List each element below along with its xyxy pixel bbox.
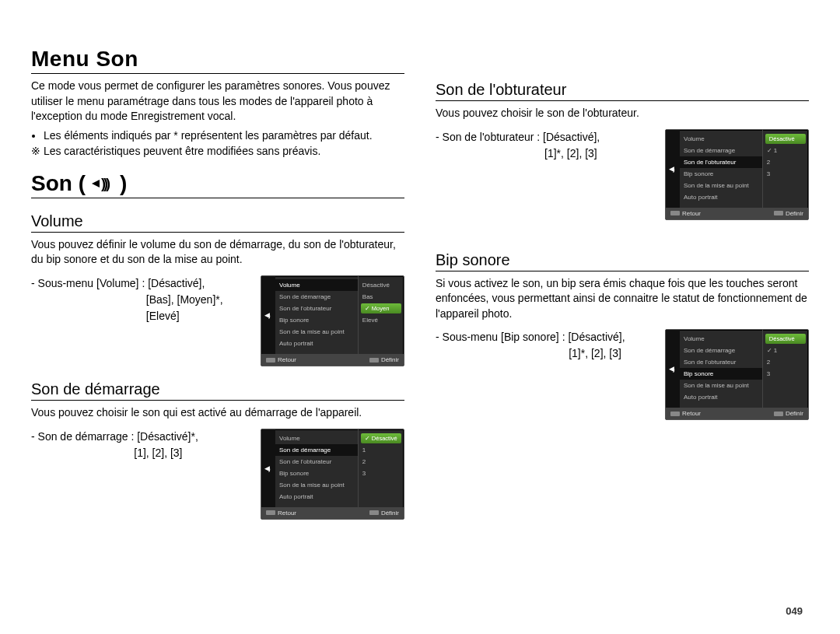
lcd-menu-item: Son de démarrage bbox=[680, 345, 762, 356]
lcd-option-item bbox=[359, 326, 404, 338]
lcd-footer-back: Retour bbox=[266, 510, 296, 517]
lcd-option-item: 1 bbox=[763, 345, 808, 356]
lcd-menu-item: Son de la mise au point bbox=[680, 180, 762, 191]
shutter-sound-body: Vous pouvez choisir le son de l'obturate… bbox=[436, 106, 809, 121]
lcd-menu-item: Auto portrait bbox=[680, 391, 762, 403]
start-sound-lcd-preview: VolumeSon de démarrageSon de l'obturateu… bbox=[261, 429, 404, 520]
defaults-note-list: Les éléments indiqués par * représentent… bbox=[44, 129, 404, 142]
lcd-menu-item: Son de démarrage bbox=[680, 145, 762, 156]
start-sound-spec: - Son de démarrage : [Désactivé]*, [1], … bbox=[31, 429, 253, 461]
lcd-option-item bbox=[763, 380, 808, 391]
lcd-option-item bbox=[359, 338, 404, 349]
lcd-option-item bbox=[359, 491, 404, 503]
lcd-option-item bbox=[763, 180, 808, 191]
lcd-option-item: 1 bbox=[359, 444, 404, 456]
note-text: Les caractéristiques peuvent être modifi… bbox=[44, 145, 320, 157]
lcd-option-item: Désactivé bbox=[765, 134, 806, 144]
page-title: Menu Son bbox=[31, 47, 404, 74]
lcd-option-item bbox=[359, 479, 404, 491]
lcd-menu-item: Bip sonore bbox=[680, 368, 762, 380]
lcd-menu-item: Bip sonore bbox=[275, 468, 358, 479]
lcd-menu-item: Son de la mise au point bbox=[275, 479, 358, 491]
lcd-menu-item: Volume bbox=[680, 333, 762, 345]
lcd-menu-item: Son de la mise au point bbox=[275, 326, 358, 338]
beep-spec: - Sous-menu [Bip sonore] : [Désactivé], … bbox=[436, 329, 657, 362]
page-number: 049 bbox=[786, 605, 803, 617]
beep-body: Si vous activez le son, un bip sera émis… bbox=[436, 276, 809, 322]
shutter-sound-heading: Son de l'obturateur bbox=[436, 81, 809, 101]
lcd-footer-set: Définir bbox=[369, 356, 399, 363]
speaker-icon bbox=[92, 175, 114, 192]
defaults-note: Les éléments indiqués par * représentent… bbox=[44, 129, 404, 142]
sound-section-header: Son ( ) bbox=[31, 171, 404, 198]
lcd-menu-item: Auto portrait bbox=[680, 191, 762, 203]
intro-paragraph: Ce mode vous permet de configurer les pa… bbox=[31, 79, 404, 124]
lcd-option-item: 2 bbox=[763, 156, 808, 168]
beep-heading: Bip sonore bbox=[436, 251, 809, 271]
lcd-option-item: 3 bbox=[763, 368, 808, 380]
lcd-option-item: Désactivé bbox=[765, 334, 806, 344]
lcd-option-item bbox=[763, 191, 808, 203]
speaker-icon bbox=[264, 464, 272, 472]
lcd-menu-item: Volume bbox=[275, 433, 358, 444]
lcd-option-item: 1 bbox=[763, 145, 808, 156]
lcd-option-item: Elevé bbox=[359, 314, 404, 326]
lcd-option-item: 3 bbox=[359, 468, 404, 479]
shutter-sound-spec: - Son de l'obturateur : [Désactivé], [1]… bbox=[436, 129, 657, 162]
speaker-icon bbox=[669, 165, 677, 173]
speaker-icon bbox=[669, 365, 677, 373]
lcd-footer-back: Retour bbox=[670, 410, 701, 417]
lcd-option-item bbox=[763, 391, 808, 403]
beep-lcd-preview: VolumeSon de démarrageSon de l'obturateu… bbox=[665, 329, 809, 420]
left-column: Menu Son Ce mode vous permet de configur… bbox=[31, 47, 404, 520]
speaker-icon bbox=[264, 311, 272, 319]
lcd-menu-item: Son de démarrage bbox=[275, 444, 358, 456]
lcd-footer-set: Définir bbox=[774, 210, 803, 217]
right-column: Son de l'obturateur Vous pouvez choisir … bbox=[436, 47, 809, 520]
lcd-menu-item: Son de l'obturateur bbox=[680, 156, 762, 168]
lcd-menu-item: Son de démarrage bbox=[275, 291, 358, 303]
lcd-option-item: Désactivé bbox=[361, 433, 401, 443]
shutter-sound-lcd-preview: VolumeSon de démarrageSon de l'obturateu… bbox=[665, 129, 809, 220]
volume-body: Vous pouvez définir le volume du son de … bbox=[31, 237, 404, 268]
start-sound-body: Vous pouvez choisir le son qui est activ… bbox=[31, 405, 404, 421]
lcd-footer-back: Retour bbox=[670, 210, 701, 217]
lcd-menu-item: Son de l'obturateur bbox=[275, 303, 358, 314]
lcd-menu-item: Son de la mise au point bbox=[680, 380, 762, 391]
start-sound-heading: Son de démarrage bbox=[31, 380, 404, 401]
lcd-menu-item: Bip sonore bbox=[680, 168, 762, 180]
volume-lcd-preview: VolumeSon de démarrageSon de l'obturateu… bbox=[261, 275, 404, 366]
lcd-option-item: 3 bbox=[763, 168, 808, 180]
volume-heading: Volume bbox=[31, 212, 404, 233]
lcd-menu-item: Auto portrait bbox=[275, 338, 358, 349]
lcd-menu-item: Volume bbox=[275, 279, 358, 291]
lcd-option-item: Bas bbox=[359, 291, 404, 303]
lcd-footer-set: Définir bbox=[774, 410, 803, 417]
lcd-option-item: 2 bbox=[359, 456, 404, 468]
lcd-menu-item: Son de l'obturateur bbox=[680, 356, 762, 368]
lcd-footer-set: Définir bbox=[369, 510, 399, 517]
lcd-footer-back: Retour bbox=[266, 356, 296, 363]
note-symbol: ※ bbox=[31, 145, 40, 157]
volume-spec: - Sous-menu [Volume] : [Désactivé], [Bas… bbox=[31, 275, 253, 324]
lcd-menu-item: Bip sonore bbox=[275, 314, 358, 326]
lcd-menu-item: Son de l'obturateur bbox=[275, 456, 358, 468]
lcd-option-item: 2 bbox=[763, 356, 808, 368]
lcd-option-item: Moyen bbox=[361, 303, 401, 313]
lcd-option-item: Désactivé bbox=[359, 279, 404, 291]
lcd-menu-item: Auto portrait bbox=[275, 491, 358, 503]
spec-change-note: ※ Les caractéristiques peuvent être modi… bbox=[31, 145, 404, 157]
lcd-menu-item: Volume bbox=[680, 133, 762, 145]
